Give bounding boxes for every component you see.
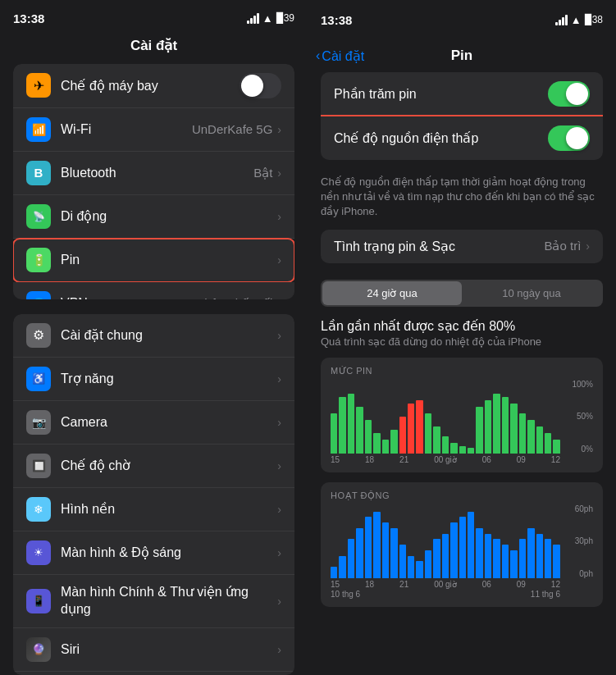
chart2-bar-1 bbox=[339, 556, 345, 578]
date-label-2: 11 thg 6 bbox=[531, 590, 560, 599]
right-header: ‹ Cài đặt Pin bbox=[308, 36, 616, 72]
chart2-bar-5 bbox=[373, 512, 380, 578]
status-icons-left: ▲ ▉39 bbox=[247, 12, 294, 25]
chart2-bar-26 bbox=[553, 545, 559, 578]
page-title-left: Cài đặt bbox=[0, 34, 308, 64]
signal-bars-right bbox=[555, 15, 568, 25]
chart1-bar-4 bbox=[365, 420, 372, 454]
airplane-label: Chế độ máy bay bbox=[61, 78, 240, 93]
status-icons-right: ▲ ▉38 bbox=[555, 14, 603, 26]
wifi-label: Wi-Fi bbox=[61, 122, 192, 137]
bluetooth-label: Bluetooth bbox=[61, 166, 253, 180]
chevron-icon: › bbox=[586, 239, 590, 253]
settings-item-hinh-nen[interactable]: ❄ Hình nền › bbox=[13, 488, 294, 531]
cai-dat-chung-icon: ⚙ bbox=[26, 323, 51, 348]
y-label-0ph: 0ph bbox=[564, 569, 593, 578]
tab-10d[interactable]: 10 ngày qua bbox=[462, 281, 601, 305]
phan-tram-label: Phần trăm pin bbox=[334, 86, 548, 102]
chart2-area: 60ph 30ph 0ph bbox=[331, 504, 593, 578]
settings-item-bluetooth[interactable]: B Bluetooth Bật › bbox=[13, 152, 294, 195]
chart1-y-labels: 100% 50% 0% bbox=[564, 380, 593, 454]
chart1-bar-19 bbox=[493, 394, 500, 454]
siri-icon: 🔮 bbox=[26, 637, 51, 662]
time-left: 13:38 bbox=[13, 11, 44, 25]
date-label-1: 10 thg 6 bbox=[331, 590, 360, 599]
chart1-bar-20 bbox=[502, 397, 509, 454]
vpn-value: Không kết nối bbox=[196, 296, 272, 299]
chevron-icon: › bbox=[277, 329, 281, 342]
chart2-y-labels: 60ph 30ph 0ph bbox=[564, 504, 593, 578]
charge-info: Lần gần nhất được sạc đến 80% Quá trình … bbox=[321, 318, 603, 348]
settings-item-cai-dat-chung[interactable]: ⚙ Cài đặt chung › bbox=[13, 314, 294, 358]
chart2-bar-10 bbox=[416, 561, 422, 577]
chart2-bars bbox=[331, 504, 560, 578]
toggle-knob bbox=[241, 75, 263, 97]
chevron-icon: › bbox=[277, 459, 281, 472]
chart1-bar-16 bbox=[468, 448, 474, 453]
chart2-bar-17 bbox=[476, 528, 482, 578]
chart1-bar-11 bbox=[425, 413, 431, 454]
hinh-nen-label: Hình nền bbox=[61, 501, 277, 517]
chart1-bar-18 bbox=[485, 400, 491, 454]
settings-item-che-do-cho[interactable]: 🔲 Chế độ chờ › bbox=[13, 445, 294, 488]
vpn-icon: 🌐 bbox=[26, 291, 51, 299]
chart2-bar-0 bbox=[331, 567, 337, 578]
pin-item-nguon[interactable]: Chế độ nguồn điện thấp bbox=[321, 116, 603, 160]
chart2-bar-24 bbox=[536, 534, 543, 578]
chart2-bar-2 bbox=[348, 539, 354, 577]
battery-icon-left: ▉39 bbox=[276, 12, 294, 24]
chart-hoat-dong: HOẠT ĐỘNG 60ph 30ph 0ph 15 18 21 00 giờ … bbox=[321, 482, 603, 607]
settings-item-pin[interactable]: 🔋 Pin › bbox=[13, 239, 294, 282]
nguon-toggle[interactable] bbox=[548, 125, 590, 151]
pin-status-item[interactable]: Tình trạng pin & Sạc Bảo trì › bbox=[321, 230, 603, 263]
settings-item-man-hinh-chinh[interactable]: 📱 Màn hình Chính & Thư viện ứng dụng › bbox=[13, 575, 294, 628]
settings-item-airplane[interactable]: ✈ Chế độ máy bay bbox=[13, 64, 294, 108]
che-do-cho-icon: 🔲 bbox=[26, 454, 51, 478]
chevron-icon: › bbox=[277, 297, 281, 299]
y-label-60: 60ph bbox=[564, 504, 593, 513]
settings-item-vpn[interactable]: 🌐 VPN Không kết nối › bbox=[13, 282, 294, 299]
chart1-bar-23 bbox=[527, 420, 534, 454]
chart1-bar-3 bbox=[356, 407, 363, 454]
y-label-30: 30ph bbox=[564, 536, 593, 545]
chart1-bar-5 bbox=[373, 433, 380, 453]
back-button[interactable]: ‹ Cài đặt bbox=[316, 48, 364, 64]
tro-nang-label: Trợ năng bbox=[61, 371, 277, 386]
chevron-icon: › bbox=[277, 123, 281, 136]
chart1-bar-7 bbox=[390, 430, 397, 453]
di-dong-label: Di động bbox=[61, 208, 277, 224]
toggle-knob bbox=[566, 83, 588, 105]
wifi-icon-left: ▲ bbox=[262, 12, 273, 25]
airplane-toggle[interactable] bbox=[240, 73, 281, 98]
chevron-icon: › bbox=[277, 210, 281, 223]
settings-item-man-hinh-do-sang[interactable]: ☀ Màn hình & Độ sáng › bbox=[13, 531, 294, 575]
pin-item-phan-tram[interactable]: Phần trăm pin bbox=[321, 72, 603, 116]
settings-item-siri[interactable]: 🔮 Siri › bbox=[13, 628, 294, 672]
chart2-bar-16 bbox=[468, 512, 474, 578]
settings-item-di-dong[interactable]: 📡 Di động › bbox=[13, 195, 294, 239]
pin-description: Chế độ nguồn điện thấp tạm thời giảm hoạ… bbox=[321, 175, 603, 220]
chevron-icon: › bbox=[277, 166, 281, 180]
settings-item-tro-nang[interactable]: ♿ Trợ năng › bbox=[13, 358, 294, 401]
chart1-bar-8 bbox=[399, 417, 406, 454]
pin-status-section: Tình trạng pin & Sạc Bảo trì › bbox=[321, 230, 603, 263]
section-2: ⚙ Cài đặt chung › ♿ Trợ năng › 📷 Camera … bbox=[13, 314, 294, 675]
tab-24h[interactable]: 24 giờ qua bbox=[322, 281, 462, 305]
camera-label: Camera bbox=[61, 415, 277, 430]
chart2-bar-8 bbox=[399, 545, 406, 578]
chart1-bar-1 bbox=[339, 397, 345, 454]
settings-item-tim-kiem[interactable]: 🔍 Tìm kiếm › bbox=[13, 672, 294, 675]
chevron-icon: › bbox=[277, 416, 281, 429]
man-hinh-chinh-label: Màn hình Chính & Thư viện ứng dụng bbox=[61, 584, 277, 618]
chart1-bar-17 bbox=[476, 407, 482, 454]
chart2-bar-6 bbox=[382, 522, 389, 578]
settings-item-wifi[interactable]: 📶 Wi-Fi UnDerKafe 5G › bbox=[13, 108, 294, 152]
y-label-0: 0% bbox=[564, 445, 593, 454]
chart2-bar-14 bbox=[450, 522, 457, 578]
wifi-icon-right: ▲ bbox=[571, 14, 582, 26]
chevron-icon: › bbox=[277, 503, 281, 516]
phan-tram-toggle[interactable] bbox=[548, 81, 590, 107]
time-right: 13:38 bbox=[321, 13, 352, 27]
page-title-right: Pin bbox=[451, 48, 472, 64]
settings-item-camera[interactable]: 📷 Camera › bbox=[13, 401, 294, 445]
